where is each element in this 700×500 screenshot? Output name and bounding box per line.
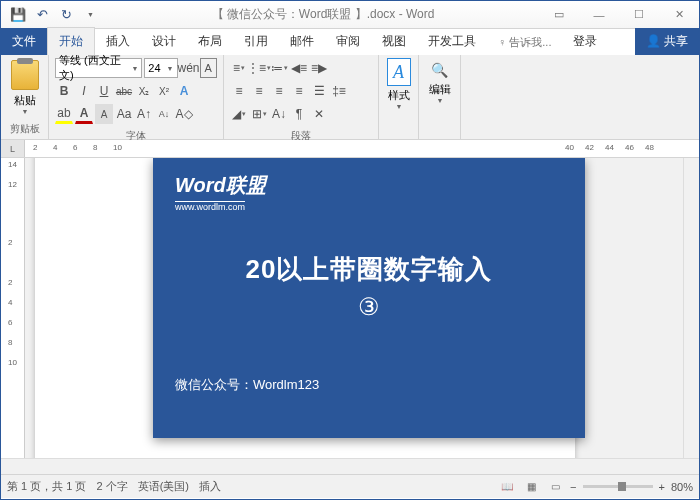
justify-button[interactable]: ≡ <box>290 81 308 101</box>
shading-button[interactable]: ◢▾ <box>230 104 248 124</box>
overlay-footer: 微信公众号：Wordlm123 <box>175 376 563 394</box>
vertical-scrollbar[interactable] <box>683 158 699 458</box>
overlay-circled-number: ③ <box>175 293 563 321</box>
horizontal-ruler-area: L 2 4 6 8 10 40 42 44 46 48 <box>1 140 699 158</box>
document-area: 14 12 2 2 4 6 8 10 Word联盟 www.wordlm.com… <box>1 158 699 458</box>
zoom-level[interactable]: 80% <box>671 481 693 493</box>
status-page[interactable]: 第 1 页，共 1 页 <box>7 479 86 494</box>
ruler-corner[interactable]: L <box>1 140 25 157</box>
qat-customize-icon[interactable]: ▼ <box>79 4 101 26</box>
maximize-button[interactable]: ☐ <box>619 1 659 29</box>
bold-button[interactable]: B <box>55 81 73 101</box>
paste-label: 粘贴 <box>14 93 36 108</box>
clipboard-label: 剪贴板 <box>7 120 42 136</box>
tab-view[interactable]: 视图 <box>371 28 417 55</box>
font-color-button[interactable]: A <box>75 104 93 124</box>
web-layout-icon[interactable]: ▭ <box>546 479 564 495</box>
overlay-logo: Word联盟 <box>175 172 563 199</box>
highlight-button[interactable]: ab <box>55 104 73 124</box>
shrink-font-button[interactable]: A↓ <box>155 104 173 124</box>
line-spacing-button[interactable]: ‡≡ <box>330 81 348 101</box>
change-case-button[interactable]: Aa <box>115 104 133 124</box>
status-bar: 第 1 页，共 1 页 2 个字 英语(美国) 插入 📖 ▦ ▭ − + 80% <box>1 474 699 498</box>
horizontal-scrollbar[interactable] <box>1 458 699 474</box>
overlay-title: 20以上带圈数字输入 <box>175 252 563 287</box>
ribbon: 粘贴 ▼ 剪贴板 等线 (西文正文)▼ 24▼ wén A B I U abc … <box>1 55 699 140</box>
clear-format-button[interactable]: A◇ <box>175 104 193 124</box>
distribute-button[interactable]: ☰ <box>310 81 328 101</box>
tab-file[interactable]: 文件 <box>1 28 47 55</box>
increase-indent-button[interactable]: ≡▶ <box>310 58 328 78</box>
tab-references[interactable]: 引用 <box>233 28 279 55</box>
find-icon[interactable]: 🔍 <box>431 62 448 78</box>
tab-layout[interactable]: 布局 <box>187 28 233 55</box>
window-controls: ▭ — ☐ ✕ <box>539 1 699 29</box>
status-words[interactable]: 2 个字 <box>96 479 127 494</box>
text-effects-button[interactable]: A <box>175 81 193 101</box>
underline-button[interactable]: U <box>95 81 113 101</box>
login-button[interactable]: 登录 <box>562 28 608 55</box>
strikethrough-button[interactable]: abc <box>115 81 133 101</box>
show-marks-button[interactable]: ¶ <box>290 104 308 124</box>
share-label: 共享 <box>664 34 688 48</box>
align-right-button[interactable]: ≡ <box>270 81 288 101</box>
tab-insert[interactable]: 插入 <box>95 28 141 55</box>
page-canvas[interactable]: Word联盟 www.wordlm.com 20以上带圈数字输入 ③ 微信公众号… <box>25 158 699 458</box>
ribbon-options-icon[interactable]: ▭ <box>539 1 579 29</box>
multilevel-button[interactable]: ≔▾ <box>270 58 288 78</box>
italic-button[interactable]: I <box>75 81 93 101</box>
numbering-button[interactable]: ⋮≡▾ <box>250 58 268 78</box>
redo-icon[interactable]: ↻ <box>55 4 77 26</box>
align-left-button[interactable]: ≡ <box>230 81 248 101</box>
zoom-out-button[interactable]: − <box>570 481 576 493</box>
asian-layout-button[interactable]: ✕ <box>310 104 328 124</box>
overlay-banner: Word联盟 www.wordlm.com 20以上带圈数字输入 ③ 微信公众号… <box>153 158 585 438</box>
status-language[interactable]: 英语(美国) <box>138 479 189 494</box>
char-shading-button[interactable]: A <box>95 104 113 124</box>
phonetic-guide-icon[interactable]: wén <box>180 58 198 78</box>
read-mode-icon[interactable]: 📖 <box>498 479 516 495</box>
share-button[interactable]: 👤 共享 <box>635 28 699 55</box>
sort-button[interactable]: A↓ <box>270 104 288 124</box>
tab-developer[interactable]: 开发工具 <box>417 28 487 55</box>
tell-me[interactable]: ♀ 告诉我... <box>487 30 562 55</box>
group-editing: 🔍 编辑 ▼ <box>419 55 461 139</box>
superscript-button[interactable]: X² <box>155 81 173 101</box>
print-layout-icon[interactable]: ▦ <box>522 479 540 495</box>
tab-review[interactable]: 审阅 <box>325 28 371 55</box>
tab-design[interactable]: 设计 <box>141 28 187 55</box>
group-paragraph: ≡▾ ⋮≡▾ ≔▾ ◀≡ ≡▶ ≡ ≡ ≡ ≡ ☰ ‡≡ ◢▾ ⊞▾ A↓ ¶ … <box>224 55 379 139</box>
paste-button[interactable]: 粘贴 ▼ <box>7 58 42 117</box>
tab-home[interactable]: 开始 <box>47 27 95 55</box>
styles-label: 样式 <box>388 88 410 103</box>
horizontal-ruler[interactable]: 2 4 6 8 10 40 42 44 46 48 <box>25 140 699 157</box>
quick-access-toolbar: 💾 ↶ ↻ ▼ <box>1 4 107 26</box>
editing-label: 编辑 <box>429 82 451 97</box>
paste-icon <box>11 60 39 90</box>
window-title: 【 微信公众号：Word联盟 】.docx - Word <box>107 6 539 23</box>
vertical-ruler[interactable]: 14 12 2 2 4 6 8 10 <box>1 158 25 458</box>
ribbon-tabs: 文件 开始 插入 设计 布局 引用 邮件 审阅 视图 开发工具 ♀ 告诉我...… <box>1 29 699 55</box>
zoom-in-button[interactable]: + <box>659 481 665 493</box>
title-bar: 💾 ↶ ↻ ▼ 【 微信公众号：Word联盟 】.docx - Word ▭ —… <box>1 1 699 29</box>
zoom-slider[interactable] <box>583 485 653 488</box>
overlay-logo-sub: www.wordlm.com <box>175 201 245 212</box>
borders-button[interactable]: ⊞▾ <box>250 104 268 124</box>
group-clipboard: 粘贴 ▼ 剪贴板 <box>1 55 49 139</box>
tab-mail[interactable]: 邮件 <box>279 28 325 55</box>
styles-icon[interactable]: A <box>387 58 411 86</box>
bullets-button[interactable]: ≡▾ <box>230 58 248 78</box>
group-font: 等线 (西文正文)▼ 24▼ wén A B I U abc X₂ X² A a… <box>49 55 224 139</box>
decrease-indent-button[interactable]: ◀≡ <box>290 58 308 78</box>
align-center-button[interactable]: ≡ <box>250 81 268 101</box>
char-border-icon[interactable]: A <box>200 58 217 78</box>
undo-icon[interactable]: ↶ <box>31 4 53 26</box>
status-mode[interactable]: 插入 <box>199 479 221 494</box>
font-size-combo[interactable]: 24▼ <box>144 58 177 78</box>
save-icon[interactable]: 💾 <box>7 4 29 26</box>
grow-font-button[interactable]: A↑ <box>135 104 153 124</box>
font-name-combo[interactable]: 等线 (西文正文)▼ <box>55 58 142 78</box>
minimize-button[interactable]: — <box>579 1 619 29</box>
close-button[interactable]: ✕ <box>659 1 699 29</box>
subscript-button[interactable]: X₂ <box>135 81 153 101</box>
